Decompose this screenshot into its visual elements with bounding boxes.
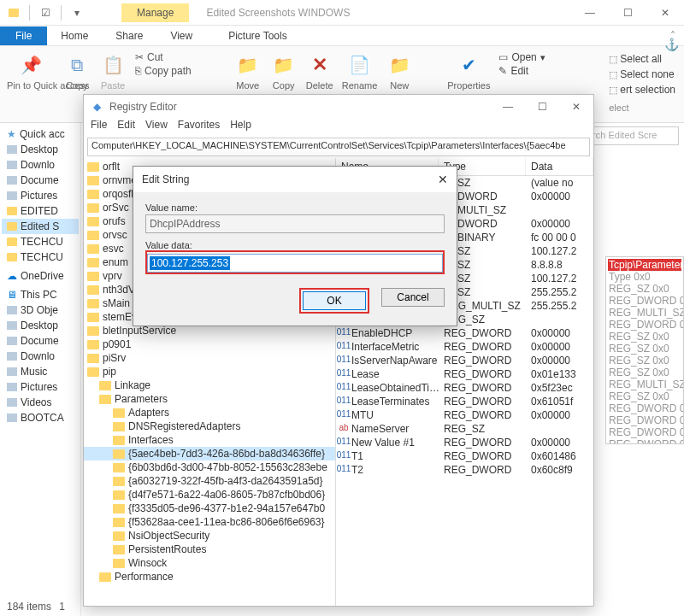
- value-row[interactable]: 011MTUREG_DWORD0x00000: [336, 408, 593, 422]
- value-row[interactable]: 011New Value #1REG_DWORD0x00000: [336, 436, 593, 449]
- nav-item[interactable]: Edited S: [2, 219, 79, 234]
- tree-node[interactable]: {5aec4beb-7dd3-426a-86bd-ba8d34636ffe}: [84, 447, 335, 461]
- ok-button[interactable]: OK: [303, 291, 366, 310]
- regedit-address-bar[interactable]: Computer\HKEY_LOCAL_MACHINE\SYSTEM\Curre…: [87, 138, 590, 156]
- nav-item[interactable]: Downlo: [2, 157, 79, 173]
- value-row[interactable]: 011IsServerNapAwareREG_DWORD0x00000: [336, 354, 593, 367]
- copy-path-button[interactable]: ⎘Copy path: [135, 65, 192, 77]
- tab-view[interactable]: View: [156, 26, 206, 45]
- regedit-close[interactable]: ✕: [559, 96, 593, 118]
- folder-icon: [87, 313, 99, 322]
- tree-node[interactable]: {a6032719-322f-45fb-a4f3-da2643591a5d}: [84, 474, 335, 488]
- cancel-button[interactable]: Cancel: [381, 288, 445, 307]
- col-data[interactable]: Data: [526, 158, 593, 175]
- nav-item[interactable]: BOOTCA: [2, 410, 79, 425]
- invert-selection-button[interactable]: ⬚ ert selection: [609, 82, 675, 97]
- tree-node[interactable]: DNSRegisteredAdapters: [84, 419, 335, 433]
- nav-item[interactable]: Music: [2, 364, 79, 379]
- dialog-close-button[interactable]: ✕: [438, 173, 448, 186]
- copy-to-button[interactable]: 📁Copy: [270, 51, 298, 91]
- close-button[interactable]: ✕: [646, 1, 684, 25]
- rename-button[interactable]: 📄Rename: [342, 51, 378, 91]
- tree-node[interactable]: Adapters: [84, 406, 335, 419]
- tree-node[interactable]: PersistentRoutes: [84, 543, 335, 556]
- edit-button[interactable]: ✎Edit: [498, 65, 545, 77]
- nav-item[interactable]: TECHCU: [2, 234, 79, 249]
- nav-item[interactable]: Docume: [2, 173, 79, 188]
- nav-item[interactable]: 3D Obje: [2, 302, 79, 318]
- folder-icon: [113, 559, 125, 568]
- value-row[interactable]: 011InterfaceMetricREG_DWORD0x00000: [336, 340, 593, 354]
- tree-node[interactable]: Performance: [84, 570, 335, 584]
- select-none-button[interactable]: ⬚ Select none: [609, 67, 675, 82]
- menu-edit[interactable]: Edit: [117, 119, 135, 136]
- picture-tools-tab[interactable]: Picture Tools: [218, 26, 297, 45]
- regedit-maximize[interactable]: ☐: [525, 96, 559, 118]
- folder-icon: [113, 477, 125, 486]
- tree-node[interactable]: {f53628aa-cee1-11ea-bc86-806e6f6e6963}: [84, 515, 335, 529]
- tree-node[interactable]: Parameters: [84, 392, 335, 406]
- new-folder-button[interactable]: 📁New: [386, 51, 413, 91]
- menu-help[interactable]: Help: [230, 119, 251, 136]
- maximize-button[interactable]: ☐: [609, 1, 646, 25]
- nav-item[interactable]: Downlo: [2, 349, 79, 364]
- nav-item[interactable]: EDITED: [2, 203, 79, 219]
- move-to-button[interactable]: 📁Move: [234, 51, 262, 91]
- binary-value-icon: 011: [336, 341, 351, 353]
- value-row[interactable]: abNameServerREG_SZ: [336, 422, 593, 436]
- value-row[interactable]: 011EnableDHCPREG_DWORD0x00000: [336, 326, 593, 340]
- menu-file[interactable]: File: [91, 119, 107, 136]
- cut-button[interactable]: ✂Cut: [135, 51, 192, 63]
- copy-button[interactable]: ⧉ Copy: [63, 51, 91, 91]
- file-tab[interactable]: File: [0, 26, 47, 45]
- tree-node[interactable]: Linkage: [84, 378, 335, 392]
- nav-item[interactable]: Videos: [2, 395, 79, 410]
- select-all-button[interactable]: ⬚ Select all: [609, 51, 675, 67]
- delete-button[interactable]: ✕Delete: [306, 51, 333, 91]
- value-row[interactable]: 011T2REG_DWORD0x60c8f9: [336, 463, 593, 477]
- search-input[interactable]: arch Edited Scre: [583, 126, 679, 145]
- qat-customize-icon[interactable]: ▾: [67, 3, 87, 22]
- tree-node[interactable]: {d4f7e571-6a22-4a06-8605-7b87cfb0bd06}: [84, 488, 335, 502]
- menu-view[interactable]: View: [145, 119, 168, 136]
- nav-item[interactable]: Desktop: [2, 318, 79, 333]
- nav-item[interactable]: Desktop: [2, 142, 79, 157]
- qat-checkbox-icon[interactable]: ☑: [35, 3, 56, 22]
- tab-share[interactable]: Share: [102, 26, 156, 45]
- folder-icon: [99, 572, 111, 582]
- folder-icon: [87, 299, 99, 308]
- folder-icon: [113, 531, 125, 541]
- tree-node[interactable]: Winsock: [84, 556, 335, 570]
- paste-button[interactable]: 📋 Paste: [99, 51, 127, 91]
- tree-node[interactable]: pip: [84, 365, 335, 378]
- value-row[interactable]: 011LeaseTerminatesREG_DWORD0x61051f: [336, 395, 593, 408]
- tree-node[interactable]: piSrv: [84, 351, 335, 365]
- value-row[interactable]: 011LeaseREG_DWORD0x01e133: [336, 367, 593, 381]
- minimize-button[interactable]: —: [571, 1, 609, 25]
- tree-node[interactable]: {6b03bd6d-3d00-47bb-8052-15563c283ebe: [84, 461, 335, 474]
- open-button[interactable]: ▭Open ▾: [498, 51, 545, 63]
- properties-button[interactable]: ✔Properties: [447, 51, 490, 91]
- nav-item[interactable]: 🖥This PC: [2, 287, 79, 302]
- nav-item[interactable]: Pictures: [2, 188, 79, 203]
- nav-item[interactable]: TECHCU: [2, 249, 79, 265]
- tree-node[interactable]: {f3335d05-de96-4377-b1e2-94a157e647b0: [84, 502, 335, 515]
- nav-pane[interactable]: ★Quick accDesktopDownloDocumePicturesEDI…: [0, 123, 81, 616]
- nav-item[interactable]: ★Quick acc: [2, 126, 79, 142]
- tree-node[interactable]: Interfaces: [84, 433, 335, 447]
- nav-item[interactable]: Docume: [2, 333, 79, 349]
- menu-favorites[interactable]: Favorites: [178, 119, 220, 136]
- pin-button[interactable]: 📌 Pin to Quick access: [7, 51, 55, 91]
- binary-value-icon: 011: [336, 450, 351, 462]
- tree-node[interactable]: p0901: [84, 337, 335, 351]
- manage-contextual-tab[interactable]: Manage: [121, 3, 189, 22]
- binary-value-icon: 011: [336, 355, 351, 367]
- nav-item[interactable]: ☁OneDrive: [2, 268, 79, 284]
- regedit-minimize[interactable]: —: [491, 96, 525, 118]
- value-row[interactable]: 011LeaseObtainedTi…REG_DWORD0x5f23ec: [336, 381, 593, 395]
- tree-node[interactable]: NsiObjectSecurity: [84, 529, 335, 543]
- nav-item[interactable]: Pictures: [2, 379, 79, 395]
- tab-home[interactable]: Home: [47, 26, 102, 45]
- value-data-field[interactable]: 100.127.255.253: [147, 254, 443, 273]
- value-row[interactable]: 011T1REG_DWORD0x601486: [336, 449, 593, 463]
